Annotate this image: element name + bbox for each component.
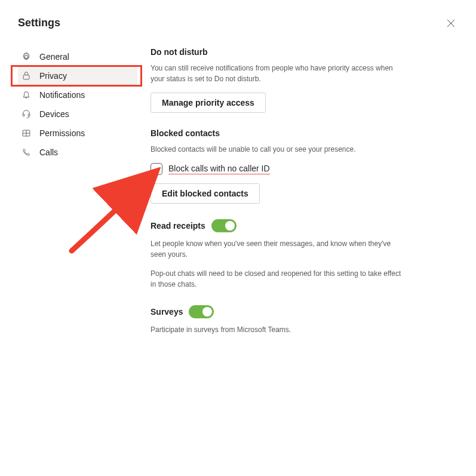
dnd-title: Do not disturb <box>151 47 208 57</box>
sidebar-item-label: Notifications <box>39 90 85 100</box>
sidebar-item-privacy[interactable]: Privacy <box>18 66 137 85</box>
svg-rect-4 <box>23 114 24 116</box>
section-read-receipts: Read receipts Let people know when you'v… <box>151 219 440 290</box>
section-surveys: Surveys Participate in surveys from Micr… <box>151 305 440 335</box>
sidebar-item-label: Privacy <box>39 71 67 81</box>
sidebar-item-calls[interactable]: Calls <box>18 143 137 162</box>
close-icon[interactable] <box>446 19 456 28</box>
manage-priority-access-button[interactable]: Manage priority access <box>151 93 266 113</box>
blocked-title: Blocked contacts <box>151 128 220 138</box>
package-icon <box>20 127 32 139</box>
dnd-description: You can still receive notifications from… <box>151 63 401 84</box>
settings-sidebar: General Privacy <box>18 47 137 464</box>
svg-point-2 <box>24 55 27 58</box>
surveys-toggle[interactable] <box>189 305 214 318</box>
edit-blocked-contacts-button[interactable]: Edit blocked contacts <box>151 183 260 204</box>
gear-icon <box>20 51 32 63</box>
sidebar-item-label: Calls <box>39 148 58 157</box>
surveys-description: Participate in surveys from Microsoft Te… <box>151 324 401 335</box>
read-receipts-description-2: Pop-out chats will need to be closed and… <box>151 268 401 290</box>
headset-icon <box>20 108 32 120</box>
section-do-not-disturb: Do not disturb You can still receive not… <box>151 47 440 113</box>
read-receipts-toggle[interactable] <box>211 219 237 232</box>
settings-main: Do not disturb You can still receive not… <box>137 47 458 464</box>
sidebar-item-notifications[interactable]: Notifications <box>18 85 137 105</box>
bell-icon <box>20 89 32 101</box>
read-receipts-description-1: Let people know when you've seen their m… <box>151 238 401 260</box>
lock-icon <box>20 70 32 82</box>
sidebar-item-label: General <box>39 52 69 62</box>
sidebar-item-permissions[interactable]: Permissions <box>18 124 137 143</box>
surveys-title: Surveys <box>151 307 183 317</box>
block-no-caller-id-checkbox[interactable] <box>151 163 162 175</box>
settings-title: Settings <box>18 17 60 29</box>
section-blocked-contacts: Blocked contacts Blocked contacts will b… <box>151 128 440 204</box>
svg-rect-5 <box>28 114 30 116</box>
block-no-caller-id-label[interactable]: Block calls with no caller ID <box>168 164 270 174</box>
sidebar-item-devices[interactable]: Devices <box>18 105 137 124</box>
sidebar-item-label: Devices <box>39 109 69 119</box>
sidebar-item-label: Permissions <box>39 128 85 138</box>
sidebar-item-general[interactable]: General <box>18 47 137 66</box>
svg-rect-3 <box>23 75 29 79</box>
phone-icon <box>20 146 32 158</box>
read-receipts-title: Read receipts <box>151 221 205 231</box>
blocked-description: Blocked contacts will be unable to call … <box>151 144 401 155</box>
